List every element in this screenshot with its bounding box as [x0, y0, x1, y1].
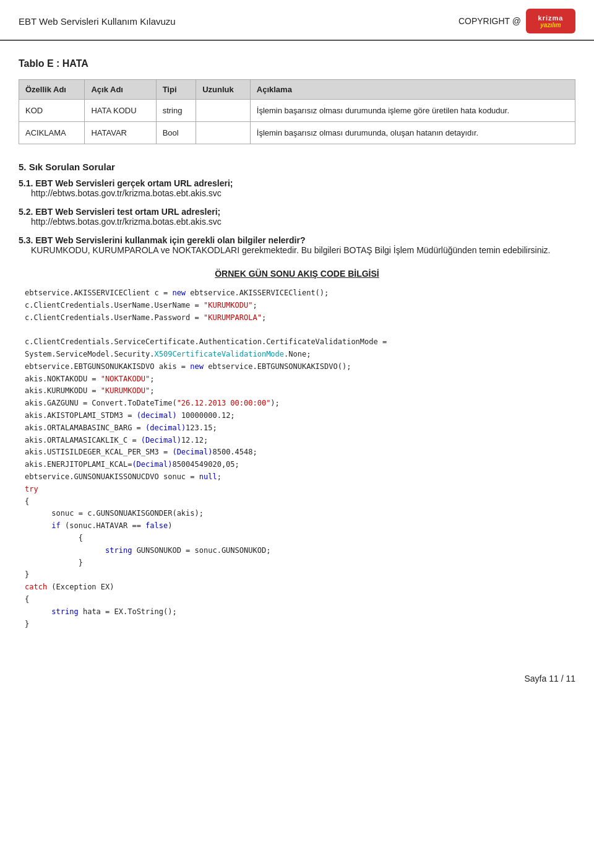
logo-bottom-text: yazılım [540, 22, 561, 28]
cell-acik: HATA KODU [85, 100, 156, 122]
col-aciklama: Açıklama [250, 80, 575, 100]
code-section: ÖRNEK GÜN SONU AKIŞ CODE BİLGİSİ ebtserv… [19, 269, 575, 630]
code-block: ebtservice.AKISSERVICEClient c = new ebt… [19, 287, 575, 630]
cell-ozellik: KOD [19, 100, 85, 122]
cell-aciklama: İşlemin başarısız olması durumunda, oluş… [250, 122, 575, 144]
cell-tipi: Bool [156, 122, 196, 144]
faq-question-1: 5.1. EBT Web Servisleri gerçek ortam URL… [19, 178, 575, 188]
copyright-text: COPYRIGHT @ [458, 16, 521, 26]
header-right: COPYRIGHT @ krizma yazılım [458, 9, 575, 33]
faq-heading: 5. Sık Sorulan Sorular [19, 162, 575, 172]
faq-question-2: 5.2. EBT Web Servisleri test ortam URL a… [19, 207, 575, 217]
cell-uzunluk [196, 122, 251, 144]
table-row: ACIKLAMA HATAVAR Bool İşlemin başarısız … [19, 122, 575, 144]
main-content: Tablo E : HATA Özellik Adı Açık Adı Tipi… [0, 41, 594, 643]
faq-item-3: 5.3. EBT Web Servislerini kullanmak için… [19, 235, 575, 255]
faq-item-2: 5.2. EBT Web Servisleri test ortam URL a… [19, 207, 575, 227]
cell-tipi: string [156, 100, 196, 122]
faq-item-1: 5.1. EBT Web Servisleri gerçek ortam URL… [19, 178, 575, 198]
cell-ozellik: ACIKLAMA [19, 122, 85, 144]
page-number: Sayfa 11 / 11 [524, 674, 575, 684]
faq-url-2: http://ebtws.botas.gov.tr/krizma.botas.e… [19, 217, 575, 227]
col-ozellik: Özellik Adı [19, 80, 85, 100]
faq-url-1: http://ebtws.botas.gov.tr/krizma.botas.e… [19, 188, 575, 198]
faq-section: 5. Sık Sorulan Sorular 5.1. EBT Web Serv… [19, 162, 575, 255]
table-row: KOD HATA KODU string İşlemin başarısız o… [19, 100, 575, 122]
cell-acik: HATAVAR [85, 122, 156, 144]
page-footer: Sayfa 11 / 11 [0, 667, 594, 690]
cell-uzunluk [196, 100, 251, 122]
faq-question-3: 5.3. EBT Web Servislerini kullanmak için… [19, 235, 575, 245]
page-header: EBT Web Servisleri Kullanım Kılavuzu COP… [0, 0, 594, 41]
hata-table: Özellik Adı Açık Adı Tipi Uzunluk Açıkla… [19, 79, 575, 144]
col-tipi: Tipi [156, 80, 196, 100]
code-title: ÖRNEK GÜN SONU AKIŞ CODE BİLGİSİ [19, 269, 575, 279]
cell-aciklama: İşlemin başarısız olması durumunda işlem… [250, 100, 575, 122]
col-uzunluk: Uzunluk [196, 80, 251, 100]
logo-top-text: krizma [538, 14, 564, 22]
logo: krizma yazılım [526, 9, 575, 33]
faq-answer-3: KURUMKODU, KURUMPAROLA ve NOKTAKODLARI g… [19, 245, 575, 255]
document-title: EBT Web Servisleri Kullanım Kılavuzu [19, 16, 176, 27]
col-acik: Açık Adı [85, 80, 156, 100]
table-title: Tablo E : HATA [19, 58, 575, 69]
